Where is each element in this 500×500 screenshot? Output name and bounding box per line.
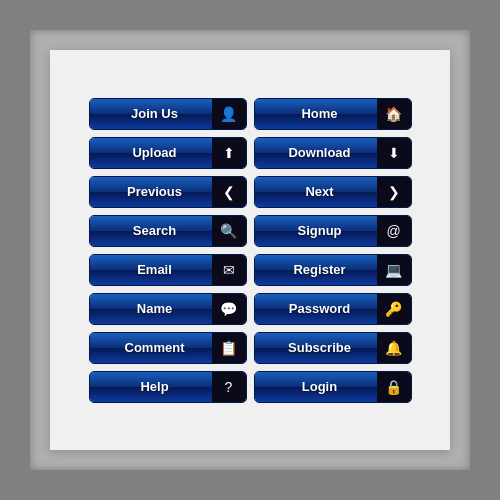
previous-button[interactable]: Previous❮ bbox=[89, 176, 247, 208]
download-icon: ⬇ bbox=[377, 138, 411, 168]
next-button[interactable]: Next❯ bbox=[254, 176, 412, 208]
next-icon: ❯ bbox=[377, 177, 411, 207]
home-button[interactable]: Home🏠 bbox=[254, 98, 412, 130]
help-label: Help bbox=[90, 372, 212, 402]
login-label: Login bbox=[255, 372, 377, 402]
outer-frame: Join Us👤Home🏠Upload⬆Download⬇Previous❮Ne… bbox=[30, 30, 470, 470]
register-label: Register bbox=[255, 255, 377, 285]
download-label: Download bbox=[255, 138, 377, 168]
name-label: Name bbox=[90, 294, 212, 324]
home-label: Home bbox=[255, 99, 377, 129]
password-button[interactable]: Password🔑 bbox=[254, 293, 412, 325]
register-icon: 💻 bbox=[377, 255, 411, 285]
login-button[interactable]: Login🔒 bbox=[254, 371, 412, 403]
home-icon: 🏠 bbox=[377, 99, 411, 129]
button-grid: Join Us👤Home🏠Upload⬆Download⬇Previous❮Ne… bbox=[69, 78, 432, 423]
inner-frame: Join Us👤Home🏠Upload⬆Download⬇Previous❮Ne… bbox=[50, 50, 450, 450]
help-button[interactable]: Help? bbox=[89, 371, 247, 403]
register-button[interactable]: Register💻 bbox=[254, 254, 412, 286]
signup-icon: @ bbox=[377, 216, 411, 246]
previous-icon: ❮ bbox=[212, 177, 246, 207]
signup-label: Signup bbox=[255, 216, 377, 246]
email-button[interactable]: Email✉ bbox=[89, 254, 247, 286]
join-us-label: Join Us bbox=[90, 99, 212, 129]
upload-button[interactable]: Upload⬆ bbox=[89, 137, 247, 169]
password-icon: 🔑 bbox=[377, 294, 411, 324]
download-button[interactable]: Download⬇ bbox=[254, 137, 412, 169]
name-icon: 💬 bbox=[212, 294, 246, 324]
search-label: Search bbox=[90, 216, 212, 246]
subscribe-icon: 🔔 bbox=[377, 333, 411, 363]
comment-label: Comment bbox=[90, 333, 212, 363]
previous-label: Previous bbox=[90, 177, 212, 207]
name-button[interactable]: Name💬 bbox=[89, 293, 247, 325]
upload-label: Upload bbox=[90, 138, 212, 168]
subscribe-label: Subscribe bbox=[255, 333, 377, 363]
email-icon: ✉ bbox=[212, 255, 246, 285]
subscribe-button[interactable]: Subscribe🔔 bbox=[254, 332, 412, 364]
join-us-button[interactable]: Join Us👤 bbox=[89, 98, 247, 130]
comment-button[interactable]: Comment📋 bbox=[89, 332, 247, 364]
search-button[interactable]: Search🔍 bbox=[89, 215, 247, 247]
help-icon: ? bbox=[212, 372, 246, 402]
search-icon: 🔍 bbox=[212, 216, 246, 246]
login-icon: 🔒 bbox=[377, 372, 411, 402]
email-label: Email bbox=[90, 255, 212, 285]
next-label: Next bbox=[255, 177, 377, 207]
password-label: Password bbox=[255, 294, 377, 324]
signup-button[interactable]: Signup@ bbox=[254, 215, 412, 247]
join-us-icon: 👤 bbox=[212, 99, 246, 129]
upload-icon: ⬆ bbox=[212, 138, 246, 168]
comment-icon: 📋 bbox=[212, 333, 246, 363]
